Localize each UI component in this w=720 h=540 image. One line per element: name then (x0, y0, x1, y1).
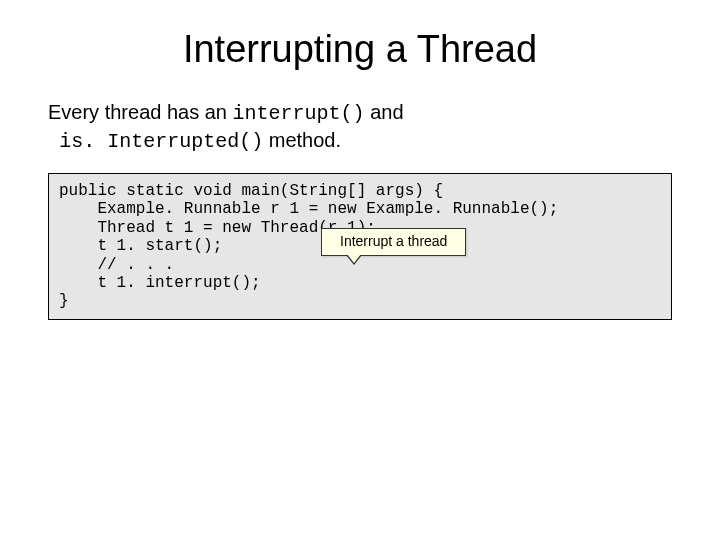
intro-mid: and (365, 101, 404, 123)
code-text: public static void main(String[] args) {… (59, 182, 558, 310)
intro-method1: interrupt() (233, 102, 365, 125)
intro-suffix: method. (263, 129, 341, 151)
code-block: public static void main(String[] args) {… (48, 173, 672, 320)
slide-title: Interrupting a Thread (40, 28, 680, 71)
intro-text: Every thread has an interrupt() and is. … (48, 99, 680, 155)
intro-prefix: Every thread has an (48, 101, 233, 123)
slide: Interrupting a Thread Every thread has a… (0, 0, 720, 540)
intro-method2: is. Interrupted() (59, 130, 263, 153)
callout-label: Interrupt a thread (321, 228, 466, 256)
